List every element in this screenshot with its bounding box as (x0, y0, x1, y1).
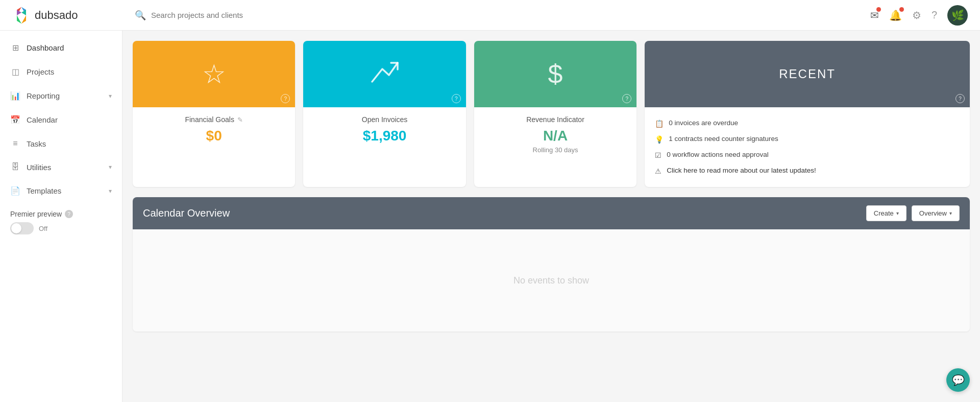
sidebar-item-label: Projects (27, 67, 112, 76)
sidebar-item-dashboard[interactable]: ⊞ Dashboard (0, 36, 122, 60)
dashboard-icon: ⊞ (10, 43, 20, 53)
revenue-indicator-value: N/A (482, 128, 628, 144)
recent-card-header: RECENT ? (645, 41, 970, 107)
sidebar: ⊞ Dashboard ◫ Projects 📊 Reporting ▾ 📅 C… (0, 31, 122, 402)
edit-icon[interactable]: ✎ (237, 116, 243, 124)
logo: dubsado (12, 6, 135, 25)
sidebar-item-label: Templates (27, 186, 103, 195)
create-chevron-icon: ▾ (896, 210, 899, 216)
user-avatar[interactable]: 🌿 (947, 5, 968, 26)
trending-up-icon (370, 59, 400, 89)
financial-goals-card-header: ☆ ? (133, 41, 295, 107)
revenue-indicator-subtitle: Rolling 30 days (482, 146, 628, 154)
svg-marker-3 (21, 15, 26, 23)
recent-item-text: 0 invoices are overdue (669, 119, 738, 127)
sidebar-item-tasks[interactable]: ≡ Tasks (0, 132, 122, 155)
open-invoices-card-body: Open Invoices $1,980 (303, 107, 465, 152)
recent-item-invoices: 📋 0 invoices are overdue (655, 115, 960, 131)
create-button[interactable]: Create ▾ (866, 205, 906, 221)
sidebar-item-utilities[interactable]: 🗄 Utilities ▾ (0, 155, 122, 179)
help-icon-button[interactable]: ? (932, 9, 937, 21)
open-invoices-help-icon[interactable]: ? (452, 94, 461, 103)
financial-goals-card: ☆ ? Financial Goals ✎ $0 (133, 41, 295, 187)
tasks-icon: ≡ (10, 139, 20, 148)
open-invoices-card: ? Open Invoices $1,980 (303, 41, 465, 187)
open-invoices-value: $1,980 (311, 128, 457, 144)
revenue-indicator-card-body: Revenue Indicator N/A Rolling 30 days (474, 107, 636, 162)
premier-help-icon[interactable]: ? (65, 210, 73, 218)
financial-goals-title: Financial Goals ✎ (141, 115, 287, 124)
notification-icon-button[interactable]: 🔔 (889, 9, 902, 21)
premier-preview-section: Premier preview ? Off (0, 203, 122, 242)
recent-item-contracts: 💡 1 contracts need counter signatures (655, 131, 960, 147)
premier-preview-label: Premier preview ? (10, 210, 112, 218)
search-icon: 🔍 (135, 10, 146, 21)
sidebar-item-label: Reporting (27, 91, 103, 100)
warning-icon: ⚠ (655, 167, 662, 175)
calendar-header: Calendar Overview Create ▾ Overview ▾ (133, 197, 970, 229)
financial-goals-help-icon[interactable]: ? (281, 94, 290, 103)
revenue-indicator-card: $ ? Revenue Indicator N/A Rolling 30 day… (474, 41, 636, 187)
chat-icon: 💬 (952, 374, 965, 386)
premier-toggle-wrap: Off (10, 222, 112, 234)
search-bar: 🔍 (135, 10, 870, 21)
notification-badge (899, 7, 904, 12)
chat-bubble-button[interactable]: 💬 (946, 368, 970, 392)
recent-card-body: 📋 0 invoices are overdue 💡 1 contracts n… (645, 107, 970, 187)
calendar-section: Calendar Overview Create ▾ Overview ▾ No… (133, 197, 970, 332)
sidebar-item-templates[interactable]: 📄 Templates ▾ (0, 179, 122, 203)
sidebar-item-calendar[interactable]: 📅 Calendar (0, 108, 122, 132)
contract-icon: 💡 (655, 135, 664, 144)
premier-toggle[interactable] (10, 222, 34, 234)
open-invoices-card-header: ? (303, 41, 465, 107)
settings-icon-button[interactable]: ⚙ (912, 9, 921, 21)
revenue-indicator-title: Revenue Indicator (482, 115, 628, 124)
stats-row: ☆ ? Financial Goals ✎ $0 (133, 41, 970, 187)
sidebar-item-label: Dashboard (27, 43, 112, 52)
chevron-down-icon: ▾ (109, 187, 112, 195)
sidebar-item-reporting[interactable]: 📊 Reporting ▾ (0, 84, 122, 108)
overview-button[interactable]: Overview ▾ (912, 205, 960, 221)
workflow-icon: ☑ (655, 151, 662, 159)
sidebar-item-label: Calendar (27, 115, 112, 124)
utilities-icon: 🗄 (10, 162, 20, 172)
recent-item-text: 0 workflow actions need approval (667, 151, 769, 158)
search-input[interactable] (151, 11, 304, 19)
svg-marker-2 (17, 15, 21, 23)
recent-item-link[interactable]: Click here to read more about our latest… (667, 167, 816, 174)
invoice-icon: 📋 (655, 120, 664, 128)
calendar-title: Calendar Overview (143, 207, 230, 219)
revenue-indicator-card-header: $ ? (474, 41, 636, 107)
logo-text: dubsado (35, 9, 78, 22)
main-content: ☆ ? Financial Goals ✎ $0 (122, 31, 980, 402)
dollar-icon: $ (548, 59, 563, 89)
recent-item-text: 1 contracts need counter signatures (669, 135, 778, 143)
calendar-actions: Create ▾ Overview ▾ (866, 205, 960, 221)
calendar-body: No events to show (133, 229, 970, 332)
recent-card: RECENT ? 📋 0 invoices are overdue 💡 1 co… (645, 41, 970, 187)
financial-goals-card-body: Financial Goals ✎ $0 (133, 107, 295, 152)
sidebar-item-label: Utilities (27, 163, 103, 172)
reporting-icon: 📊 (10, 91, 20, 101)
recent-item-updates[interactable]: ⚠ Click here to read more about our late… (655, 163, 960, 179)
header-actions: ✉ 🔔 ⚙ ? 🌿 (870, 5, 968, 26)
chevron-down-icon: ▾ (109, 92, 112, 100)
sidebar-item-projects[interactable]: ◫ Projects (0, 60, 122, 84)
open-invoices-title: Open Invoices (311, 115, 457, 124)
toggle-knob (11, 223, 21, 233)
main-layout: ⊞ Dashboard ◫ Projects 📊 Reporting ▾ 📅 C… (0, 31, 980, 402)
app-header: dubsado 🔍 ✉ 🔔 ⚙ ? 🌿 (0, 0, 980, 31)
templates-icon: 📄 (10, 186, 20, 196)
mail-icon-button[interactable]: ✉ (870, 9, 879, 21)
revenue-indicator-help-icon[interactable]: ? (622, 94, 631, 103)
recent-help-icon[interactable]: ? (955, 94, 965, 103)
star-icon: ☆ (202, 59, 226, 89)
financial-goals-value: $0 (141, 128, 287, 144)
recent-title: RECENT (779, 67, 836, 81)
recent-item-workflow: ☑ 0 workflow actions need approval (655, 147, 960, 163)
calendar-icon: 📅 (10, 115, 20, 125)
sidebar-item-label: Tasks (27, 139, 112, 148)
mail-badge (876, 7, 881, 12)
chevron-down-icon: ▾ (109, 163, 112, 171)
dubsado-logo-icon (12, 6, 31, 25)
